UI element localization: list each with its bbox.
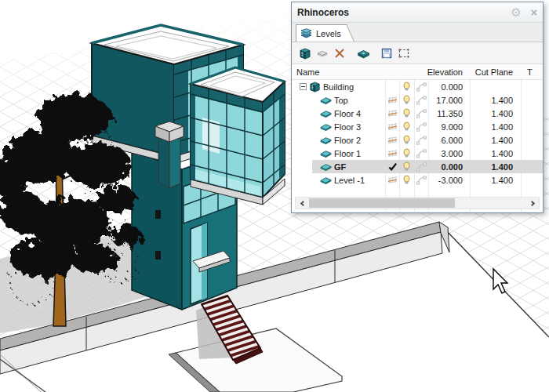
light-icon[interactable] (402, 175, 412, 185)
grid-icon[interactable] (387, 176, 398, 185)
level-icon (320, 176, 332, 184)
table-header: Name Elevation Cut Plane T (292, 64, 543, 80)
expander-minus-icon[interactable] (300, 83, 307, 90)
section-icon[interactable] (416, 108, 427, 118)
selection-rectangle-icon (398, 47, 410, 60)
light-icon[interactable] (402, 162, 412, 172)
table-row[interactable]: Floor 1 3.000 1.400 (292, 147, 543, 160)
scroll-left-button[interactable] (296, 198, 308, 209)
table-row[interactable]: Top 17.000 1.400 (292, 93, 543, 107)
building-icon (299, 47, 311, 60)
save-button[interactable] (378, 45, 395, 62)
section-icon[interactable] (416, 82, 427, 92)
tab-levels[interactable]: Levels (296, 24, 344, 42)
table-row-selected[interactable]: GF 0.000 1.400 (292, 160, 543, 173)
light-icon[interactable] (402, 108, 412, 118)
close-icon[interactable]: × (531, 7, 537, 18)
panel-title: Rhinoceros (297, 7, 511, 18)
box-front (191, 67, 285, 205)
light-icon[interactable] (402, 135, 412, 145)
tab-strip: Levels (292, 23, 543, 42)
scrollbar-thumb[interactable] (309, 198, 455, 208)
add-building-button[interactable] (296, 45, 314, 62)
light-icon[interactable] (402, 148, 412, 158)
grid-icon[interactable] (387, 96, 398, 105)
check-icon[interactable] (387, 162, 398, 172)
level-icon (320, 136, 332, 144)
levels-panel: Rhinoceros ⚙ × Levels (291, 2, 544, 213)
level-icon (320, 123, 332, 131)
tab-label: Levels (316, 29, 341, 38)
light-icon[interactable] (402, 95, 412, 105)
table-row[interactable]: Floor 3 9.000 1.400 (292, 120, 543, 133)
scroll-right-button[interactable] (526, 198, 539, 209)
grid-icon[interactable] (387, 136, 398, 145)
settings-gear-icon[interactable]: ⚙ (511, 6, 521, 18)
levels-table: Name Elevation Cut Plane T (292, 64, 543, 212)
layers-stack-icon (300, 28, 313, 39)
horizontal-scrollbar[interactable] (295, 197, 540, 209)
building-icon (309, 81, 321, 93)
col-name[interactable]: Name (292, 64, 385, 79)
level-plate-icon (316, 47, 329, 60)
levels-toolbar (292, 42, 543, 64)
delete-x-icon (333, 47, 346, 60)
col-elevation[interactable]: Elevation (428, 64, 470, 79)
grid-icon[interactable] (387, 109, 398, 118)
table-row[interactable]: Floor 2 6.000 1.400 (292, 133, 543, 147)
level-tray-icon (357, 47, 370, 60)
table-row[interactable]: Building 0.000 (292, 80, 543, 93)
col-cut-plane[interactable]: Cut Plane (470, 64, 521, 79)
level-icon (320, 110, 332, 118)
section-icon[interactable] (416, 135, 427, 145)
pilaster (155, 122, 184, 188)
grid-icon[interactable] (387, 149, 398, 158)
level-icon (320, 96, 332, 104)
light-icon[interactable] (402, 122, 412, 132)
save-floppy-icon (380, 47, 393, 60)
col-partial[interactable]: T (521, 64, 543, 79)
grid-icon[interactable] (387, 122, 398, 132)
light-icon[interactable] (402, 82, 412, 92)
table-row[interactable]: Floor 4 11.350 1.400 (292, 107, 543, 120)
level-tray-button[interactable] (354, 45, 372, 62)
add-level-button[interactable] (314, 45, 331, 62)
section-icon[interactable] (416, 175, 427, 185)
level-icon (320, 163, 332, 171)
section-icon[interactable] (416, 122, 427, 132)
delete-level-button[interactable] (331, 45, 348, 62)
section-icon[interactable] (416, 162, 427, 172)
level-icon (320, 150, 332, 158)
section-icon[interactable] (416, 148, 427, 158)
panel-titlebar[interactable]: Rhinoceros ⚙ × (292, 2, 543, 23)
table-row[interactable]: Level -1 -3.000 1.400 (292, 173, 543, 187)
section-icon[interactable] (416, 95, 427, 105)
select-objects-button[interactable] (395, 45, 413, 62)
